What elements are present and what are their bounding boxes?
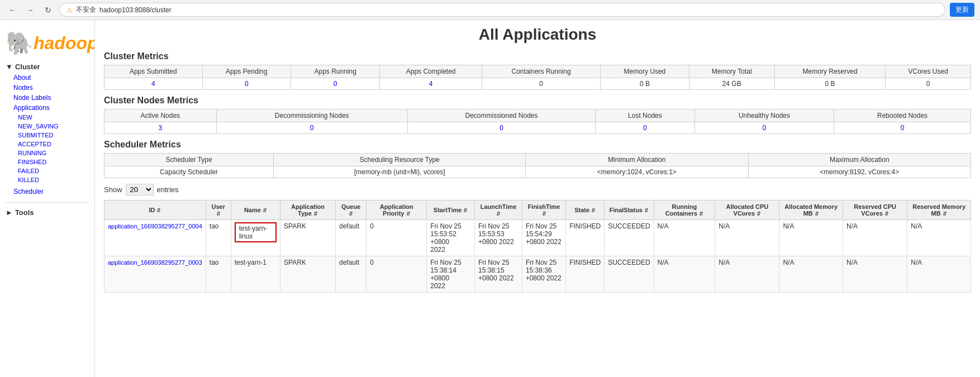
app-id-cell[interactable]: application_1669038295277_0004	[104, 220, 206, 256]
sort-launch-icon: ⇵	[496, 211, 501, 217]
sort-type-icon: ⇵	[313, 211, 318, 217]
cm-val-2[interactable]: 0	[291, 78, 379, 90]
cm-val-3[interactable]: 4	[380, 78, 482, 90]
cm-col-5: Memory Used	[601, 65, 689, 78]
cn-val-2[interactable]: 0	[407, 122, 595, 134]
elephant-icon: 🐘	[6, 30, 34, 56]
sidebar: 🐘 hadoop ▼ Cluster About Nodes Node Labe…	[0, 20, 95, 377]
at-col-name[interactable]: Name ⇵	[231, 201, 280, 220]
app-alloc-mem: N/A	[779, 256, 843, 293]
app-reserved-cpu: N/A	[843, 256, 907, 293]
sidebar-item-submitted[interactable]: SUBMITTED	[6, 131, 89, 140]
cn-col-3: Lost Nodes	[596, 109, 695, 122]
sidebar-item-node-labels[interactable]: Node Labels	[6, 93, 89, 103]
sm-val-0: Capacity Scheduler	[104, 166, 274, 178]
sort-user-icon: ⇵	[216, 211, 221, 217]
back-button[interactable]: ←	[6, 3, 19, 17]
sort-name-icon: ⇵	[263, 208, 267, 213]
at-col-alloc-cpu[interactable]: Allocated CPU VCores ⇵	[715, 201, 779, 220]
update-button[interactable]: 更新	[950, 3, 974, 17]
app-launch-time: Fri Nov 25 15:53:53 +0800 2022	[474, 220, 522, 256]
at-col-state[interactable]: State ⇵	[566, 201, 605, 220]
sidebar-item-finished[interactable]: FINISHED	[6, 158, 89, 166]
cn-col-4: Unhealthy Nodes	[694, 109, 834, 122]
cm-val-0[interactable]: 4	[104, 78, 203, 90]
cn-val-1[interactable]: 0	[216, 122, 407, 134]
at-col-finish[interactable]: FinishTime ⇵	[522, 201, 565, 220]
cn-val-3[interactable]: 0	[596, 122, 695, 134]
cluster-metrics-table: Apps Submitted Apps Pending Apps Running…	[104, 65, 971, 90]
sm-col-1: Scheduling Resource Type	[274, 154, 526, 166]
page-title: All Applications	[104, 26, 971, 44]
at-col-id[interactable]: ID ⇵	[104, 201, 206, 220]
app-id-link[interactable]: application_1669038295277_0003	[108, 259, 202, 266]
sidebar-item-accepted[interactable]: ACCEPTED	[6, 140, 89, 149]
sidebar-item-about[interactable]: About	[6, 73, 89, 83]
sidebar-item-failed[interactable]: FAILED	[6, 166, 89, 175]
app-type: SPARK	[280, 256, 336, 293]
app-id-cell[interactable]: application_1669038295277_0003	[104, 256, 206, 293]
address-bar[interactable]: ⚠ 不安全 hadoop103:8088/cluster	[59, 3, 945, 17]
at-col-type[interactable]: Application Type ⇵	[280, 201, 336, 220]
sort-start-icon: ⇵	[463, 208, 468, 213]
hadoop-logo-text: hadoop	[34, 33, 95, 54]
app-final-status: SUCCEEDED	[605, 220, 654, 256]
sort-res-mem-icon: ⇵	[943, 211, 947, 217]
sidebar-item-nodes[interactable]: Nodes	[6, 83, 89, 93]
app-reserved-mem: N/A	[907, 220, 971, 256]
sidebar-item-killed[interactable]: KILLED	[6, 175, 89, 184]
cm-link-3[interactable]: 4	[429, 80, 433, 88]
sidebar-item-scheduler[interactable]: Scheduler	[6, 187, 89, 197]
at-col-containers[interactable]: Running Containers ⇵	[654, 201, 715, 220]
app-id-link[interactable]: application_1669038295277_0004	[108, 223, 202, 230]
app-name: test-yarn-1	[235, 259, 267, 266]
forward-button[interactable]: →	[23, 3, 37, 17]
cn-val-0[interactable]: 3	[104, 122, 217, 134]
app-alloc-cpu: N/A	[715, 220, 779, 256]
at-col-queue[interactable]: Queue ⇵	[336, 201, 367, 220]
at-col-user[interactable]: User ⇵	[206, 201, 231, 220]
sidebar-cluster-toggle[interactable]: ▼ Cluster	[6, 61, 89, 73]
cluster-metrics-title: Cluster Metrics	[104, 51, 971, 61]
cn-link-0[interactable]: 3	[158, 124, 162, 132]
sort-queue-icon: ⇵	[349, 211, 353, 217]
app-finish-time: Fri Nov 25 15:54:29 +0800 2022	[522, 220, 565, 256]
app-reserved-cpu: N/A	[843, 220, 907, 256]
url-text: hadoop103:8088/cluster	[99, 6, 172, 14]
at-col-start[interactable]: StartTime ⇵	[427, 201, 475, 220]
cn-link-5[interactable]: 0	[901, 124, 905, 132]
cn-val-5[interactable]: 0	[834, 122, 971, 134]
sidebar-item-new[interactable]: NEW	[6, 113, 89, 122]
cm-link-2[interactable]: 0	[334, 80, 337, 88]
cm-val-1[interactable]: 0	[202, 78, 291, 90]
page-layout: 🐘 hadoop ▼ Cluster About Nodes Node Labe…	[0, 20, 980, 377]
cn-val-4[interactable]: 0	[694, 122, 834, 134]
cn-link-4[interactable]: 0	[763, 124, 767, 132]
applications-table: ID ⇵ User ⇵ Name ⇵ Application Type ⇵ Qu…	[104, 200, 971, 293]
app-state: FINISHED	[566, 256, 605, 293]
sidebar-item-new-saving[interactable]: NEW_SAVING	[6, 122, 89, 131]
sidebar-tools-toggle[interactable]: ► Tools	[0, 206, 94, 219]
cm-link-1[interactable]: 0	[245, 80, 249, 88]
app-alloc-cpu: N/A	[715, 256, 779, 293]
at-col-priority[interactable]: Application Priority ⇵	[367, 201, 427, 220]
at-col-launch[interactable]: LaunchTime ⇵	[474, 201, 522, 220]
refresh-button[interactable]: ↻	[41, 3, 55, 17]
show-entries-row: Show 10 20 50 100 entries	[104, 184, 971, 195]
app-launch-time: Fri Nov 25 15:38:15 +0800 2022	[474, 256, 522, 293]
cn-link-2[interactable]: 0	[499, 124, 503, 132]
sidebar-item-running[interactable]: RUNNING	[6, 149, 89, 158]
at-col-finalstatus[interactable]: FinalStatus ⇵	[605, 201, 654, 220]
at-col-res-mem[interactable]: Reserved Memory MB ⇵	[907, 201, 971, 220]
cm-link-0[interactable]: 4	[151, 80, 155, 88]
sidebar-item-applications[interactable]: Applications	[6, 103, 89, 113]
entries-select[interactable]: 10 20 50 100	[126, 184, 154, 195]
sort-alloc-mem-icon: ⇵	[815, 211, 819, 217]
cn-link-3[interactable]: 0	[643, 124, 647, 132]
cluster-nodes-title: Cluster Nodes Metrics	[104, 96, 971, 106]
at-col-alloc-mem[interactable]: Allocated Memory MB ⇵	[779, 201, 843, 220]
scheduler-metrics-title: Scheduler Metrics	[104, 140, 971, 150]
app-final-status: SUCCEEDED	[605, 256, 654, 293]
cn-link-1[interactable]: 0	[310, 124, 314, 132]
at-col-res-cpu[interactable]: Reserved CPU VCores ⇵	[843, 201, 907, 220]
